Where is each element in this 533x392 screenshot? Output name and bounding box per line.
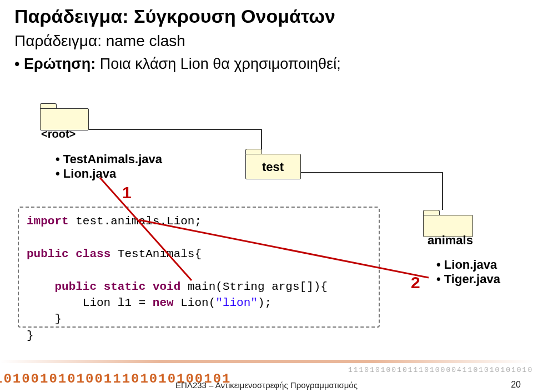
list-item: Lion.java [436, 258, 500, 272]
code-text: ); [258, 296, 271, 309]
question-text: Ποια κλάση Lion θα χρησιμοποιηθεί; [95, 56, 340, 72]
animals-files-list: Lion.java Tiger.java [436, 258, 500, 287]
kw-import: import [27, 215, 69, 228]
code-text: TestAnimals{ [110, 248, 202, 260]
connector-line [89, 129, 261, 130]
connector-line [301, 172, 442, 173]
folder-root-label: <root> [41, 128, 76, 140]
code-text: } [27, 329, 34, 342]
code-text: test.animals.Lion; [69, 215, 202, 228]
kw-static: static [104, 280, 146, 293]
folder-test-label: test [262, 160, 284, 174]
connector-line [442, 172, 443, 210]
string-literal: "lion" [215, 296, 258, 309]
kw-void: void [153, 280, 180, 293]
root-files-list: TestAnimals.java Lion.java [56, 152, 162, 181]
folder-root: <root> [40, 103, 89, 131]
question-prefix: Ερώτηση: [24, 56, 95, 72]
code-text: Lion l1 = [27, 296, 153, 309]
question-line: Ερώτηση: Ποια κλάση Lion θα χρησιμοποιηθ… [14, 56, 341, 73]
marker-two: 2 [411, 273, 420, 292]
footer-accent [0, 360, 533, 363]
code-text: Lion( [174, 296, 216, 309]
kw-new: new [153, 296, 174, 309]
slide-subtitle: Παράδειγμα: name clash [14, 32, 185, 50]
connector-line [261, 129, 262, 149]
marker-one: 1 [122, 183, 132, 202]
page-number: 20 [511, 380, 521, 390]
list-item: Lion.java [56, 167, 162, 181]
kw-public: public [54, 280, 97, 293]
slide-title: Παράδειγμα: Σύγκρουση Ονομάτων [14, 6, 335, 27]
bits-row: 11101010010111010000411010101010100 [348, 366, 533, 374]
code-text: } [27, 313, 62, 325]
folder-icon [40, 103, 89, 131]
list-item: TestAnimals.java [56, 152, 162, 167]
folder-test: test [245, 149, 301, 180]
folder-animals-label: animals [428, 233, 473, 248]
code-box: import test.animals.Lion; public class T… [18, 207, 380, 328]
footer-course: ΕΠΛ233 – Αντικειμενοστρεφής Προγραμματισ… [0, 380, 533, 390]
code-text: main(String args[]){ [180, 280, 328, 293]
kw-public: public [27, 248, 69, 260]
folder-animals: animals [423, 210, 473, 238]
list-item: Tiger.java [436, 272, 500, 287]
kw-class: class [76, 248, 110, 260]
